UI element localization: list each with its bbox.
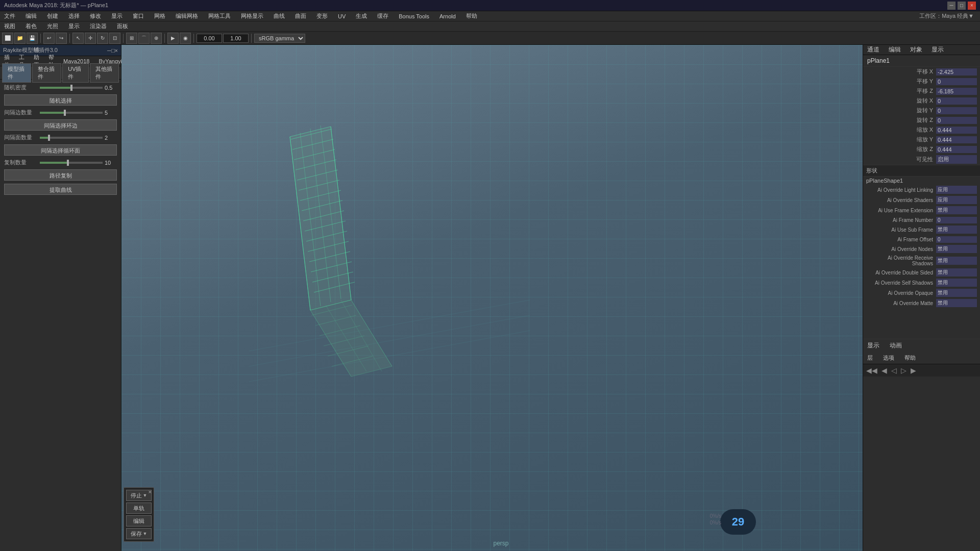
toolbar-snap-point[interactable]: ⊕ xyxy=(151,33,162,44)
plugin-close[interactable]: × xyxy=(115,47,118,54)
menu-mesh-display[interactable]: 网格显示 xyxy=(239,11,265,21)
toolbar-snap-curve[interactable]: ⌒ xyxy=(138,33,150,44)
random-select-button[interactable]: 随机选择 xyxy=(4,94,117,106)
toolbar-value1[interactable]: 0.00 xyxy=(197,34,222,43)
menu-panels[interactable]: 面板 xyxy=(115,21,130,31)
props-value-ty[interactable]: 0 xyxy=(936,78,977,85)
menu-edit-mesh[interactable]: 编辑网格 xyxy=(174,11,200,21)
menu-cache[interactable]: 缓存 xyxy=(375,11,390,21)
anim-tab-anim[interactable]: 动画 xyxy=(888,340,904,351)
menu-modify[interactable]: 修改 xyxy=(88,11,103,21)
props-value-ai-sub-frame[interactable]: 禁用 xyxy=(936,226,977,234)
interval-edge-button[interactable]: 间隔选择环边 xyxy=(4,119,117,131)
menu-shading[interactable]: 着色 xyxy=(23,21,39,31)
menu-file[interactable]: 文件 xyxy=(2,11,17,21)
props-value-ai-frame-offset[interactable]: 0 xyxy=(936,236,977,243)
menu-deform[interactable]: 变形 xyxy=(314,11,330,21)
menu-show[interactable]: 显示 xyxy=(66,21,82,31)
props-value-ai-frame-num[interactable]: 0 xyxy=(936,217,977,223)
transport-prev-key[interactable]: ◀◀ xyxy=(865,365,878,375)
props-value-sy[interactable]: 0.444 xyxy=(936,136,977,143)
toolbar-value2[interactable]: 1.00 xyxy=(223,34,249,43)
toolbar-btn-undo[interactable]: ↩ xyxy=(43,33,55,44)
props-value-vis[interactable]: 启用 xyxy=(936,155,977,164)
edit-button[interactable]: 编辑 xyxy=(126,515,152,527)
transport-prev2[interactable]: ◁ xyxy=(890,365,898,375)
props-value-ai-light[interactable]: 应用 xyxy=(936,186,977,194)
copy-count-slider[interactable] xyxy=(40,162,103,164)
stop-button[interactable]: 停止 ▼ xyxy=(126,490,152,501)
toolbar-snap-grid[interactable]: ⊞ xyxy=(126,33,137,44)
toolbar-btn-1[interactable]: ⬜ xyxy=(2,33,13,44)
props-value-ai-self-shadows[interactable]: 禁用 xyxy=(936,279,977,287)
transport-next[interactable]: ▶ xyxy=(910,365,917,375)
menu-surfaces[interactable]: 曲面 xyxy=(293,11,308,21)
props-value-ai-double-sided[interactable]: 禁用 xyxy=(936,268,977,277)
props-value-tz[interactable]: -6.185 xyxy=(936,88,977,95)
props-value-ai-opaque[interactable]: 禁用 xyxy=(936,289,977,297)
toolbar-render[interactable]: ▶ xyxy=(167,33,179,44)
menu-generate[interactable]: 生成 xyxy=(354,11,369,21)
props-tab-display[interactable]: 显示 xyxy=(929,44,946,55)
path-copy-button[interactable]: 路径复制 xyxy=(4,169,117,181)
close-button[interactable]: × xyxy=(968,2,976,10)
props-value-tx[interactable]: -2.425 xyxy=(936,68,977,76)
interval-face-button[interactable]: 间隔选择循环面 xyxy=(4,144,117,156)
props-value-sz[interactable]: 0.444 xyxy=(936,146,977,153)
menu-renderer[interactable]: 渲染器 xyxy=(88,21,109,31)
menu-curves[interactable]: 曲线 xyxy=(272,11,287,21)
transport-next2[interactable]: ▷ xyxy=(900,365,908,375)
anim-tab-display[interactable]: 显示 xyxy=(865,340,881,351)
toolbar-move[interactable]: ✛ xyxy=(85,33,96,44)
toolbar-btn-redo[interactable]: ↪ xyxy=(56,33,67,44)
menu-mesh-tools[interactable]: 网格工具 xyxy=(206,11,233,21)
props-value-ai-shaders[interactable]: 应用 xyxy=(936,196,977,204)
maximize-button[interactable]: □ xyxy=(958,2,966,10)
props-value-rx[interactable]: 0 xyxy=(936,97,977,105)
props-tab-object[interactable]: 对象 xyxy=(908,44,924,55)
props-tab-edit[interactable]: 编辑 xyxy=(887,44,903,55)
props-value-ry[interactable]: 0 xyxy=(936,107,977,114)
props-value-ai-override-nodes[interactable]: 禁用 xyxy=(936,245,977,253)
props-value-rz[interactable]: 0 xyxy=(936,117,977,124)
props-value-ai-matte[interactable]: 禁用 xyxy=(936,299,977,307)
menu-view[interactable]: 视图 xyxy=(2,21,17,31)
props-value-ai-frame-ext[interactable]: 禁用 xyxy=(936,206,977,214)
menu-create[interactable]: 创建 xyxy=(45,11,60,21)
toolbar-scale[interactable]: ⊡ xyxy=(109,33,120,44)
extract-curve-button[interactable]: 提取曲线 xyxy=(4,184,117,195)
viewport[interactable]: persp × 停止 ▼ 单轨 编辑 保存 ▼ 29 0%/s xyxy=(121,45,880,551)
anim-menu-help[interactable]: 帮助 xyxy=(902,353,918,363)
menu-arnold[interactable]: Arnold xyxy=(437,12,458,20)
toolbar-ipr[interactable]: ◉ xyxy=(180,33,191,44)
menu-select[interactable]: 选择 xyxy=(66,11,82,21)
minimize-button[interactable]: ─ xyxy=(947,2,955,10)
random-density-slider[interactable] xyxy=(40,87,103,89)
toolbar-btn-3[interactable]: 💾 xyxy=(27,33,38,44)
gamma-selector[interactable]: sRGB gamma xyxy=(254,34,305,43)
menu-bonus[interactable]: Bonus Tools xyxy=(397,12,431,20)
menu-lighting[interactable]: 光照 xyxy=(45,21,60,31)
save-button[interactable]: 保存 ▼ xyxy=(126,528,152,539)
props-value-ai-receive-shadows[interactable]: 禁用 xyxy=(936,257,977,265)
menu-display[interactable]: 显示 xyxy=(109,11,125,21)
bottom-panel-close[interactable]: × xyxy=(149,489,152,495)
plugin-maximize[interactable]: □ xyxy=(111,47,115,54)
menu-mesh[interactable]: 网格 xyxy=(152,11,167,21)
menu-help[interactable]: 帮助 xyxy=(464,11,479,21)
anim-menu-layer[interactable]: 层 xyxy=(865,353,875,363)
single-track-button[interactable]: 单轨 xyxy=(126,503,152,514)
toolbar-rotate[interactable]: ↻ xyxy=(97,33,108,44)
interval-face-slider[interactable] xyxy=(40,137,103,139)
anim-menu-options[interactable]: 选项 xyxy=(881,353,896,363)
toolbar-select[interactable]: ↖ xyxy=(72,33,84,44)
plugin-minimize[interactable]: ─ xyxy=(107,47,111,54)
menu-uv[interactable]: UV xyxy=(336,12,348,20)
props-value-sx[interactable]: 0.444 xyxy=(936,127,977,134)
menu-window[interactable]: 窗口 xyxy=(131,11,146,21)
workspace-selector[interactable]: 工作区：Maya 经典▼ xyxy=(915,12,978,20)
toolbar-btn-2[interactable]: 📁 xyxy=(14,33,26,44)
interval-edge-slider[interactable] xyxy=(40,112,103,114)
menu-edit[interactable]: 编辑 xyxy=(23,11,39,21)
transport-prev[interactable]: ◀ xyxy=(880,365,888,375)
